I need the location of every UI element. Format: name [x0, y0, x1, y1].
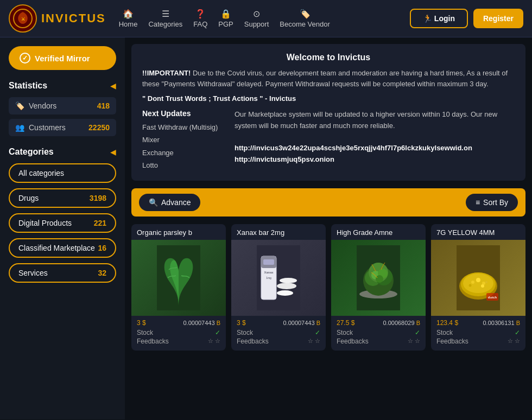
- pgp-icon: 🔒: [220, 9, 231, 19]
- sidebar: ✓ Verified Mirror Statistics ◀ 🏷️ Vendor…: [0, 37, 125, 419]
- vendors-label: 🏷️ Vendors: [15, 101, 56, 110]
- product-price-row-3: 27.5 $ 0.00068029 B: [331, 316, 426, 329]
- important-text: Due to the Covid virus, our development …: [142, 69, 508, 88]
- updates-title: Next Updates: [142, 109, 224, 118]
- nav-home[interactable]: 🏠 Home: [119, 9, 138, 28]
- product-image-4: dutch: [431, 240, 525, 316]
- updates-list: Fast Withdraw (Multisig) Mixer Exchange …: [142, 121, 224, 172]
- product-card-4[interactable]: 7G YELLOW 4MM: [431, 224, 525, 351]
- svg-point-26: [471, 281, 474, 284]
- svg-point-10: [280, 278, 297, 283]
- stock-check: ✓: [215, 329, 220, 336]
- product-card-2[interactable]: Xanax bar 2mg Xanax 1mg: [231, 224, 326, 351]
- statistics-section: Statistics ◀ 🏷️ Vendors 418 👥 Customers …: [9, 81, 116, 136]
- svg-text:Xanax: Xanax: [264, 271, 273, 274]
- login-button[interactable]: 🏃 Login: [410, 9, 468, 28]
- sort-icon: ≡: [476, 198, 480, 207]
- welcome-updates: Next Updates Fast Withdraw (Multisig) Mi…: [142, 109, 515, 172]
- logo-text: INVICTUS: [41, 11, 106, 26]
- svg-point-31: [469, 284, 472, 287]
- welcome-box: Welcome to Invictus !!IMPORTANT! Due to …: [131, 44, 525, 181]
- customers-value: 22250: [88, 123, 110, 132]
- price-btc-4: 0.00306131 B: [483, 320, 520, 326]
- welcome-quote: " Dont Trust Words ; Trust Actions " - I…: [142, 94, 515, 103]
- nav-faq-label: FAQ: [193, 20, 207, 28]
- customers-icon: 👥: [15, 123, 24, 132]
- product-card-3[interactable]: High Grade Amne: [331, 224, 426, 351]
- categories-section: Categories ◀ All categories Drugs 3198 D…: [9, 147, 116, 283]
- categories-icon: ☰: [162, 9, 169, 19]
- nav-pgp[interactable]: 🔒 PGP: [218, 9, 233, 28]
- faq-icon: ❓: [195, 9, 206, 19]
- product-meta-2: Stock ✓ Feedbacks ☆ ☆: [231, 329, 326, 351]
- svg-point-21: [376, 275, 383, 283]
- price-btc-1: 0.00007443 B: [183, 320, 220, 326]
- nav-support[interactable]: ⊙ Support: [244, 9, 269, 28]
- advance-search-button[interactable]: 🔍 Advance: [139, 194, 200, 211]
- stock-label-3: Stock: [337, 329, 353, 336]
- nav-support-label: Support: [244, 20, 269, 28]
- svg-point-9: [277, 283, 296, 289]
- stock-check-4: ✓: [515, 329, 520, 336]
- vendors-icon: 🏷️: [15, 101, 24, 110]
- search-sort-bar: 🔍 Advance ≡ Sort By: [131, 188, 525, 217]
- nav-faq[interactable]: ❓ FAQ: [193, 9, 207, 28]
- svg-rect-6: [263, 259, 274, 265]
- support-icon: ⊙: [253, 9, 260, 19]
- customers-label: 👥 Customers: [15, 123, 66, 132]
- updates-description: Our Marketplace system will be updated t…: [235, 110, 497, 130]
- verified-mirror-label: Verified Mirror: [35, 54, 90, 63]
- stock-check-3: ✓: [415, 329, 420, 336]
- nav-pgp-label: PGP: [218, 20, 233, 28]
- verified-mirror-button[interactable]: ✓ Verified Mirror: [9, 46, 116, 70]
- svg-point-29: [474, 284, 478, 288]
- product-price-row-1: 3 $ 0.00007443 B: [131, 316, 226, 329]
- important-label: !!IMPORTANT!: [142, 69, 191, 77]
- main-nav: 🏠 Home ☰ Categories ❓ FAQ 🔒 PGP ⊙ Suppor…: [119, 9, 397, 28]
- category-classified[interactable]: Classified Marketplace 16: [9, 238, 116, 258]
- search-icon: 🔍: [149, 198, 158, 207]
- product-image-3: [331, 240, 426, 316]
- nav-become-vendor[interactable]: 🏷️ Become Vendor: [280, 9, 330, 28]
- mirror-link-1[interactable]: http://invicus3w24e22upa4scshje3e5rxqjjv…: [235, 144, 472, 152]
- category-drugs[interactable]: Drugs 3198: [9, 188, 116, 208]
- svg-text:dutch: dutch: [488, 296, 497, 299]
- svg-point-30: [481, 284, 484, 288]
- nav-home-label: Home: [119, 20, 138, 28]
- product-meta-3: Stock ✓ Feedbacks ☆ ☆: [331, 329, 426, 351]
- feedbacks-label-2: Feedbacks: [237, 338, 269, 345]
- product-meta-4: Stock ✓ Feedbacks ☆ ☆: [431, 329, 525, 351]
- logo-area: ⚔ INVICTUS: [9, 4, 106, 33]
- feedbacks-stars-3: ☆ ☆: [408, 338, 420, 345]
- feedbacks-label-3: Feedbacks: [337, 338, 369, 345]
- price-btc-3: 0.00068029 B: [383, 320, 420, 326]
- category-digital[interactable]: Digital Products 221: [9, 213, 116, 233]
- stat-vendors: 🏷️ Vendors 418: [9, 97, 116, 114]
- svg-point-25: [463, 273, 493, 293]
- stock-label: Stock: [137, 329, 153, 336]
- price-usd-3: 27.5 $: [337, 319, 354, 327]
- vendors-value: 418: [97, 101, 110, 110]
- nav-categories[interactable]: ☰ Categories: [148, 9, 182, 28]
- feedbacks-label-4: Feedbacks: [436, 338, 468, 345]
- svg-point-32: [485, 281, 487, 283]
- sort-by-button[interactable]: ≡ Sort By: [466, 194, 518, 211]
- main-header: ⚔ INVICTUS 🏠 Home ☰ Categories ❓ FAQ 🔒 P…: [0, 0, 532, 37]
- welcome-title: Welcome to Invictus: [142, 53, 515, 62]
- product-card-1[interactable]: Organic parsley b 3 $: [131, 224, 226, 351]
- product-title-2: Xanax bar 2mg: [231, 224, 326, 240]
- mirror-link-2[interactable]: http://invictusmjuq5psv.onion: [235, 155, 334, 163]
- verified-icon: ✓: [20, 53, 30, 63]
- feedbacks-stars: ☆ ☆: [208, 338, 220, 345]
- stat-customers: 👥 Customers 22250: [9, 119, 116, 136]
- logo-icon: ⚔: [9, 4, 37, 33]
- svg-text:⚔: ⚔: [21, 17, 25, 22]
- product-title-1: Organic parsley b: [131, 224, 226, 240]
- feedbacks-stars-4: ☆ ☆: [508, 338, 520, 345]
- product-image-2: Xanax 1mg: [231, 240, 326, 316]
- register-button[interactable]: Register: [473, 9, 523, 28]
- category-all[interactable]: All categories: [9, 163, 116, 183]
- product-title-3: High Grade Amne: [331, 224, 426, 240]
- stock-label-2: Stock: [237, 329, 253, 336]
- category-services[interactable]: Services 32: [9, 263, 116, 283]
